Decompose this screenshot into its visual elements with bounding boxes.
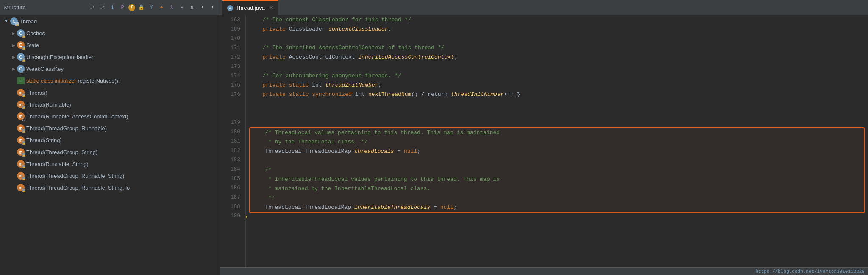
code-line-168: /* The context ClassLoader for this thre… (249, 15, 868, 25)
code-line-176: private static synchronized int nextThre… (249, 90, 868, 99)
code-line-173 (249, 62, 868, 71)
tree-item-thread-c1[interactable]: ▶ m 🔒 Thread() (0, 87, 220, 98)
tree-label-thread: Thread (19, 18, 37, 25)
expand-icon[interactable]: ⬇ (198, 3, 206, 12)
tree-label-c7: Thread(Runnable, String) (26, 161, 89, 167)
class-icon-weakclasskey: C (17, 65, 25, 73)
lock-badge-thread: 🔒 (15, 22, 19, 26)
method-icon-c6: m 🔒 (17, 148, 25, 156)
code-line-172: private AccessControlContext inheritedAc… (249, 53, 868, 62)
structure-toolbar: ↓1 ↓2 ℹ P f 🔒 Y ● λ ≡ ⇅ ⬇ ⬆ (88, 3, 217, 12)
main-content: ▶ C 🔒 Thread ▶ C 🔒 Caches ▶ E 🔒 State (0, 15, 868, 275)
tree-item-uncaught[interactable]: ▶ C 🔒 UncaughtExceptionHandler (0, 51, 220, 63)
lambda-icon[interactable]: λ (167, 3, 176, 12)
tree-arrow-weakclasskey: ▶ (10, 65, 17, 72)
code-line-181: * by the ThreadLocal class. */ (252, 138, 862, 147)
constructor-icon[interactable]: Y (147, 3, 156, 12)
method-icon-c5: m 🔒 (17, 136, 25, 144)
method-icon-c1: m 🔒 (17, 89, 25, 96)
tree-item-state[interactable]: ▶ E 🔒 State (0, 39, 220, 51)
lock-badge-c8: 🔒 (22, 177, 25, 180)
circle-badge-c3 (22, 118, 25, 121)
info-icon[interactable]: ℹ (108, 3, 117, 12)
tree-label-uncaught: UncaughtExceptionHandler (26, 54, 93, 60)
method-icon-c2: m 🔒 (17, 101, 25, 108)
lock-badge-c5: 🔒 (22, 141, 25, 145)
tree-item-thread-c8[interactable]: ▶ m 🔒 Thread(ThreadGroup, Runnable, Stri… (0, 170, 220, 182)
lock-badge-state: 🔒 (22, 46, 25, 50)
sort-alpha-asc-icon[interactable]: ↓1 (88, 3, 96, 12)
sort-toggle-icon[interactable]: ⇅ (188, 3, 196, 12)
code-line-fold: ⊕ (249, 99, 868, 127)
method-icon-c3: m (17, 112, 25, 120)
tree-label-c8: Thread(ThreadGroup, Runnable, String) (26, 173, 124, 179)
tree-arrow-uncaught: ▶ (10, 53, 17, 60)
tree-label-c1: Thread() (26, 90, 47, 96)
structure-title: Structure (3, 4, 26, 11)
code-line-169: private ClassLoader contextClassLoader; (249, 25, 868, 34)
tree-item-thread[interactable]: ▶ C 🔒 Thread (0, 15, 220, 27)
tree-item-thread-c7[interactable]: ▶ m 🔒 Thread(Runnable, String) (0, 158, 220, 170)
highlighted-block: /* ThreadLocal values pertaining to this… (249, 127, 865, 213)
lock-badge-c6: 🔒 (22, 153, 25, 157)
code-line-175: private static int threadInitNumber; (249, 81, 868, 90)
method-icon-c9: m 🔒 (17, 184, 25, 191)
tree-label-weakclasskey: WeakClassKey (26, 66, 64, 72)
method-icon-c4: m 🔒 (17, 124, 25, 132)
tree-label-c2: Thread(Runnable) (26, 101, 71, 108)
lock-icon[interactable]: 🔒 (137, 3, 145, 12)
tree-item-thread-c4[interactable]: ▶ m 🔒 Thread(ThreadGroup, Runnable) (0, 122, 220, 134)
tree-arrow-thread: ▶ (3, 18, 10, 25)
lock-badge-c4: 🔒 (22, 129, 25, 133)
tree-label-state: State (26, 42, 39, 48)
tree-label-c4: Thread(ThreadGroup, Runnable) (26, 125, 107, 132)
tree-arrow-caches: ▶ (10, 30, 17, 36)
collapse-icon[interactable]: ⬆ (208, 3, 217, 12)
circle-badge-weakclasskey (22, 70, 25, 73)
tree-item-thread-c9[interactable]: ▶ m 🔒 Thread(ThreadGroup, Runnable, Stri… (0, 182, 220, 194)
code-line-174: /* For autonumbering anonymous threads. … (249, 71, 868, 81)
property-icon[interactable]: P (118, 3, 127, 12)
sort-alpha-desc-icon[interactable]: ↓2 (98, 3, 106, 12)
tree-item-thread-c5[interactable]: ▶ m 🔒 Thread(String) (0, 134, 220, 146)
tree-label-caches: Caches (26, 30, 45, 36)
lock-badge-caches: 🔒 (22, 34, 25, 38)
structure-panel: ▶ C 🔒 Thread ▶ C 🔒 Caches ▶ E 🔒 State (0, 15, 220, 275)
enum-icon-state: E 🔒 (17, 41, 25, 49)
tab-thread-java[interactable]: J Thread.java ✕ (222, 0, 278, 15)
inherited-icon[interactable]: ≡ (178, 3, 186, 12)
tree-item-thread-c6[interactable]: ▶ m 🔒 Thread(ThreadGroup, String) (0, 146, 220, 158)
line-numbers: 168 169 170 171 172 173 174 175 176 177 … (220, 15, 246, 267)
tree-arrow-state: ▶ (10, 42, 17, 48)
code-editor: 168 169 170 171 172 173 174 175 176 177 … (220, 15, 868, 275)
tab-close-icon[interactable]: ✕ (269, 5, 273, 11)
code-line-183 (252, 156, 862, 166)
circle-icon[interactable]: ● (157, 3, 166, 12)
static-init-icon: = (17, 77, 25, 84)
tree-label-static-init: static class initializer registerNatives… (26, 78, 120, 84)
tree-item-thread-c2[interactable]: ▶ m 🔒 Thread(Runnable) (0, 98, 220, 110)
lock-badge-uncaught: 🔒 (22, 58, 25, 62)
code-line-188: ThreadLocal.ThreadLocalMap inheritableTh… (252, 203, 862, 212)
tree-item-weakclasskey[interactable]: ▶ C WeakClassKey (0, 63, 220, 75)
top-bar: Structure ↓1 ↓2 ℹ P f 🔒 Y ● λ ≡ ⇅ ⬇ ⬆ J … (0, 0, 868, 15)
lock-badge-c2: 🔒 (22, 106, 25, 109)
tree-item-static-init[interactable]: ▶ = static class initializer registerNat… (0, 75, 220, 87)
tree-label-c6: Thread(ThreadGroup, String) (26, 149, 97, 155)
class-icon-uncaught: C 🔒 (17, 53, 25, 61)
tree-item-thread-c3[interactable]: ▶ m Thread(Runnable, AccessControlContex… (0, 110, 220, 122)
field-icon[interactable]: f (128, 4, 135, 11)
code-line-180: /* ThreadLocal values pertaining to this… (252, 128, 862, 138)
lock-badge-c9: 🔒 (22, 189, 25, 192)
method-icon-c8: m 🔒 (17, 172, 25, 180)
code-line-186: * maintained by the InheritableThreadLoc… (252, 184, 862, 194)
lock-badge-c7: 🔒 (22, 165, 25, 168)
class-icon-caches: C 🔒 (17, 29, 25, 37)
code-line-182: ThreadLocal.ThreadLocalMap threadLocals … (252, 147, 862, 156)
structure-header: Structure ↓1 ↓2 ℹ P f 🔒 Y ● λ ≡ ⇅ ⬇ ⬆ (0, 0, 220, 15)
tree-item-caches[interactable]: ▶ C 🔒 Caches (0, 27, 220, 39)
lock-badge-c1: 🔒 (22, 94, 25, 97)
tree-label-c5: Thread(String) (26, 137, 62, 143)
code-lines: /* The context ClassLoader for this thre… (246, 15, 868, 267)
code-line-189 (249, 213, 868, 241)
